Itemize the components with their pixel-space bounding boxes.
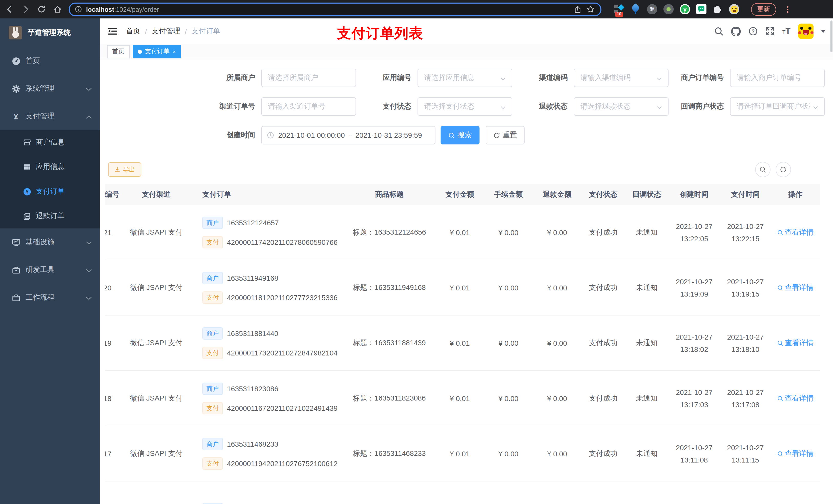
forward-icon[interactable] [21,5,30,14]
sidebar-logo[interactable]: 芋道管理系统 [0,19,100,47]
svg-text:¥: ¥ [26,189,28,194]
reset-button[interactable]: 重置 [486,126,525,144]
create-time-range-picker[interactable]: 2021-10-01 00:00:00 - 2021-10-31 23:59:5… [261,126,435,144]
notify-status-select[interactable]: 请选择订单回调商户状态 [730,97,825,116]
breadcrumb-home[interactable]: 首页 [126,27,140,36]
export-button[interactable]: 导出 [108,162,141,177]
cell-fee: ¥ 0.00 [484,450,533,458]
view-detail-link[interactable]: 查看详情 [777,228,813,237]
filter-label-channel-code: 渠道编码 [512,73,574,82]
cell-title: 标题：1635311949168 [343,283,435,292]
view-detail-link[interactable]: 查看详情 [777,283,813,292]
grid-icon [23,163,31,171]
sidebar-collapse-icon[interactable] [108,27,118,36]
sidebar-item-app-info[interactable]: 应用信息 [0,155,100,179]
search-button[interactable]: 搜索 [441,126,479,144]
share-icon[interactable] [573,5,582,14]
shop-icon [23,138,31,146]
cell-notify-status: 未通知 [625,283,669,292]
extensions-puzzle-icon[interactable] [713,4,723,14]
col-refund: 退款金额 [533,190,581,199]
sidebar-item-label: 支付订单 [36,187,65,196]
sidebar-item-system[interactable]: 系统管理 [0,75,100,102]
help-icon[interactable]: ? [748,27,758,36]
extension-y-icon[interactable]: y [680,4,690,14]
tag-close-icon[interactable]: × [173,48,176,54]
sidebar-item-refund-order[interactable]: 退款订单 [0,204,100,229]
sidebar-item-merchant-info[interactable]: 商户信息 [0,130,100,155]
channel-order-no-input[interactable]: 请输入渠道订单号 [261,97,356,116]
extension-sketch-icon[interactable]: 10 [614,4,624,14]
sidebar-item-label: 工作流程 [26,293,54,302]
cell-id: 19 [105,339,123,347]
filter-label-pay-status: 支付状态 [356,102,418,111]
sidebar-item-infra[interactable]: 基础设施 [0,229,100,256]
browser-menu-icon[interactable] [787,6,788,13]
sidebar: 芋道管理系统 首页 系统管理 ¥ 支付管理 [0,19,100,504]
breadcrumb-pay-mgmt[interactable]: 支付管理 [152,27,180,36]
chevron-down-icon [501,102,506,111]
search-icon[interactable] [714,27,723,36]
home-icon[interactable] [53,5,62,14]
extension-dot-icon[interactable] [663,4,674,14]
font-size-icon[interactable]: TT [782,27,790,36]
reload-icon[interactable] [37,5,46,14]
cell-id: 18 [105,394,123,402]
cell-actions: 查看详情 [771,283,820,292]
app-select[interactable]: 请选择应用信息 [418,69,512,87]
document-icon [23,212,31,220]
cell-fee: ¥ 0.00 [484,339,533,347]
browser-update-button[interactable]: 更新 [751,3,776,16]
cell-pay-status: 支付成功 [581,338,625,347]
refresh-button[interactable] [776,162,791,177]
filter-label-create-time: 创建时间 [177,130,261,140]
view-detail-link[interactable]: 查看详情 [777,338,813,347]
cell-refund: ¥ 0.00 [533,228,581,236]
url-bar[interactable]: localhost:1024/pay/order [69,2,601,16]
col-pay-time: 支付时间 [720,190,771,199]
screen: localhost:1024/pay/order 10 ⌘ y [0,0,833,504]
chevron-down-icon [501,74,506,82]
tag-home[interactable]: 首页 [107,45,129,58]
merchant-order-no: 1635311468233 [227,440,278,448]
user-avatar[interactable] [798,24,813,39]
user-menu-caret-icon[interactable] [821,30,825,32]
cell-create-time: 2021-10-2713:22:05 [669,222,720,242]
merchant-order-no-input[interactable]: 请输入商户订单编号 [730,69,825,87]
view-detail-link[interactable]: 查看详情 [777,449,813,458]
extension-command-icon[interactable]: ⌘ [647,4,657,14]
breadcrumb-pay-order: 支付订单 [192,27,220,36]
extension-balloon-icon[interactable] [630,4,641,14]
cell-create-time: 2021-10-2713:11:08 [669,443,720,464]
chevron-down-icon [86,238,92,246]
cell-pay-status: 支付成功 [581,228,625,237]
toggle-search-button[interactable] [755,162,770,177]
extension-chat-icon[interactable] [696,4,707,14]
url-host: localhost [86,6,114,13]
sidebar-item-dev-tools[interactable]: 研发工具 [0,256,100,284]
refund-status-select[interactable]: 请选择退款状态 [574,97,669,116]
page-scrollbar[interactable] [830,21,832,52]
bookmark-star-icon[interactable] [586,5,595,14]
profile-avatar-icon[interactable] [729,4,739,14]
sidebar-item-workflow[interactable]: 工作流程 [0,284,100,311]
pay-status-select[interactable]: 请选择支付状态 [418,97,512,116]
back-icon[interactable] [5,5,14,14]
cell-create-time: 2021-10-2713:18:02 [669,333,720,353]
sidebar-item-pay-order[interactable]: ¥ 支付订单 [0,179,100,204]
cell-amount: ¥ 0.01 [435,284,484,292]
sidebar-item-home[interactable]: 首页 [0,47,100,75]
view-detail-link[interactable]: 查看详情 [777,393,813,403]
cell-id: 21 [105,228,123,236]
sidebar-item-payment[interactable]: ¥ 支付管理 [0,102,100,130]
tag-pay-order[interactable]: 支付订单 × [133,45,181,58]
browser-toolbar: localhost:1024/pay/order 10 ⌘ y [0,0,833,19]
channel-code-select[interactable]: 请输入渠道编码 [574,69,669,87]
github-icon[interactable] [731,26,741,36]
fullscreen-icon[interactable] [765,27,775,36]
cell-id: 20 [105,284,123,292]
cell-actions: 查看详情 [771,228,820,237]
page-info-icon[interactable] [75,5,82,14]
table-row: 17 微信 JSAPI 支付 商户1635311468233 支付4200001… [105,426,820,481]
merchant-select[interactable]: 请选择所属商户 [261,69,356,87]
